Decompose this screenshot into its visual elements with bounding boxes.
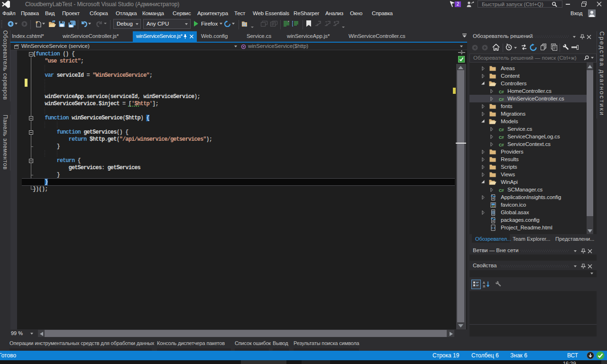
svg-text:А: А <box>483 281 485 284</box>
svg-text:Я: Я <box>483 285 485 288</box>
